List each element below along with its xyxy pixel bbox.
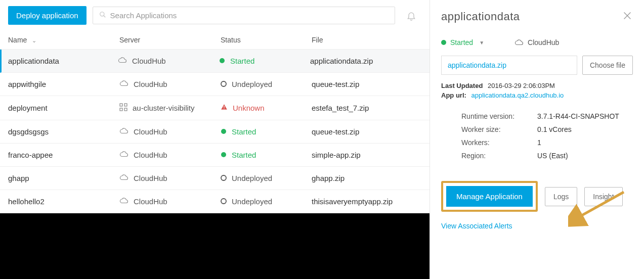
app-name-cell: franco-appee <box>8 151 119 159</box>
cloud-icon <box>119 174 128 182</box>
column-header-name-label: Name <box>8 36 27 44</box>
app-url-line: App url: applicationdata.qa2.cloudhub.io <box>441 91 633 99</box>
logs-button[interactable]: Logs <box>545 187 577 206</box>
table-row[interactable]: deploymentau-cluster-visibilityUnknownes… <box>0 96 430 120</box>
search-icon <box>99 11 106 20</box>
svg-point-12 <box>221 175 226 180</box>
footer-bar <box>0 213 430 279</box>
status-cell: Undeployed <box>221 197 312 206</box>
server-cell: CloudHub <box>119 80 221 88</box>
view-associated-alerts-link[interactable]: View Associated Alerts <box>441 222 633 230</box>
table-header-row: Name ⌄ Server Status File <box>0 31 430 50</box>
status-icon <box>221 197 227 206</box>
status-label: Started <box>232 151 256 159</box>
runtime-version-value: 3.7.1-R44-CI-SNAPSHOT <box>537 112 619 120</box>
application-file-field[interactable]: applicationdata.zip <box>441 56 577 75</box>
cloud-icon <box>119 80 128 88</box>
file-cell: simple-app.zip <box>312 151 421 159</box>
column-header-status[interactable]: Status <box>221 36 312 44</box>
status-label: Started <box>230 57 254 65</box>
status-cell: Started <box>221 151 312 159</box>
table-row[interactable]: hellohello2CloudHubUndeployedthisisavery… <box>0 190 430 213</box>
server-label: CloudHub <box>134 127 167 136</box>
chevron-down-icon: ▼ <box>479 40 484 45</box>
panel-title: applicationdata <box>441 10 520 23</box>
status-icon <box>221 127 227 136</box>
close-icon <box>622 10 633 21</box>
svg-rect-8 <box>224 106 224 108</box>
status-cell: Started <box>221 127 312 136</box>
last-updated-line: Last Updated 2016-03-29 2:06:03PM <box>441 82 633 89</box>
status-label: Undeployed <box>232 174 272 182</box>
last-updated-label: Last Updated <box>441 82 483 89</box>
svg-rect-4 <box>120 104 122 106</box>
svg-point-3 <box>221 81 226 86</box>
svg-line-1 <box>103 16 105 18</box>
close-panel-button[interactable] <box>622 10 633 23</box>
table-row[interactable]: applicationdataCloudHubStartedapplicatio… <box>0 50 430 73</box>
annotation-highlight-box: Manage Application <box>441 181 538 212</box>
status-cell: Undeployed <box>221 80 312 88</box>
bell-icon <box>406 11 416 21</box>
svg-point-16 <box>441 40 446 45</box>
cloud-icon <box>119 197 128 206</box>
status-icon <box>221 80 227 88</box>
file-cell: ghapp.zip <box>312 174 421 182</box>
server-label: CloudHub <box>132 57 166 65</box>
svg-point-13 <box>221 199 226 204</box>
column-header-name[interactable]: Name ⌄ <box>8 36 119 44</box>
svg-point-2 <box>220 58 225 63</box>
file-cell: applicationdata.zip <box>310 57 421 65</box>
app-name-cell: hellohello2 <box>8 197 119 206</box>
svg-rect-6 <box>120 108 122 111</box>
status-label: Started <box>450 38 473 46</box>
app-url-link[interactable]: applicationdata.qa2.cloudhub.io <box>471 91 564 99</box>
status-dropdown[interactable]: Started ▼ <box>441 38 484 46</box>
app-name-cell: deployment <box>8 104 119 112</box>
insight-button[interactable]: Insight <box>584 187 622 206</box>
choose-file-button[interactable]: Choose file <box>582 56 633 75</box>
search-field-wrapper[interactable] <box>93 7 395 24</box>
status-label: Undeployed <box>232 80 272 88</box>
deployment-target-label: CloudHub <box>528 38 559 46</box>
workers-value: 1 <box>537 138 541 147</box>
worker-size-label: Worker size: <box>461 125 537 133</box>
status-label: Started <box>232 127 256 136</box>
server-cell: CloudHub <box>119 127 221 136</box>
deployment-target: CloudHub <box>514 38 559 46</box>
file-cell: queue-test.zip <box>312 127 421 136</box>
app-name-cell: appwithgile <box>8 80 119 88</box>
status-icon <box>221 174 227 182</box>
svg-rect-5 <box>124 104 127 106</box>
manage-application-button[interactable]: Manage Application <box>446 186 533 207</box>
status-cell: Undeployed <box>221 174 312 182</box>
region-label: Region: <box>461 152 537 160</box>
status-icon <box>221 151 227 159</box>
status-label: Undeployed <box>232 197 272 206</box>
svg-point-0 <box>100 12 104 16</box>
svg-point-11 <box>221 152 226 157</box>
runtime-version-label: Runtime version: <box>461 112 537 120</box>
cloud-icon <box>119 127 128 136</box>
table-row[interactable]: franco-appeeCloudHubStartedsimple-app.zi… <box>0 144 430 167</box>
workers-label: Workers: <box>461 138 537 147</box>
toolbar: Deploy application <box>0 0 430 31</box>
column-header-server[interactable]: Server <box>119 36 221 44</box>
applications-list-panel: Deploy application Name ⌄ Server Status … <box>0 0 430 279</box>
file-cell: queue-test.zip <box>312 80 421 88</box>
status-icon <box>221 104 228 112</box>
server-cell: CloudHub <box>119 151 221 159</box>
column-header-file[interactable]: File <box>312 36 421 44</box>
table-row[interactable]: appwithgileCloudHubUndeployedqueue-test.… <box>0 73 430 96</box>
sort-caret-icon: ⌄ <box>32 37 36 43</box>
server-label: CloudHub <box>134 197 167 206</box>
search-input[interactable] <box>110 11 389 20</box>
worker-size-value: 0.1 vCores <box>537 125 572 133</box>
notifications-button[interactable] <box>401 11 421 21</box>
table-row[interactable]: dgsgdsgsgsCloudHubStartedqueue-test.zip <box>0 120 430 144</box>
table-row[interactable]: ghappCloudHubUndeployedghapp.zip <box>0 167 430 190</box>
server-label: au-cluster-visibility <box>133 104 195 112</box>
last-updated-value: 2016-03-29 2:06:03PM <box>488 82 555 89</box>
app-name-cell: applicationdata <box>8 57 118 65</box>
deploy-application-button[interactable]: Deploy application <box>8 6 87 25</box>
